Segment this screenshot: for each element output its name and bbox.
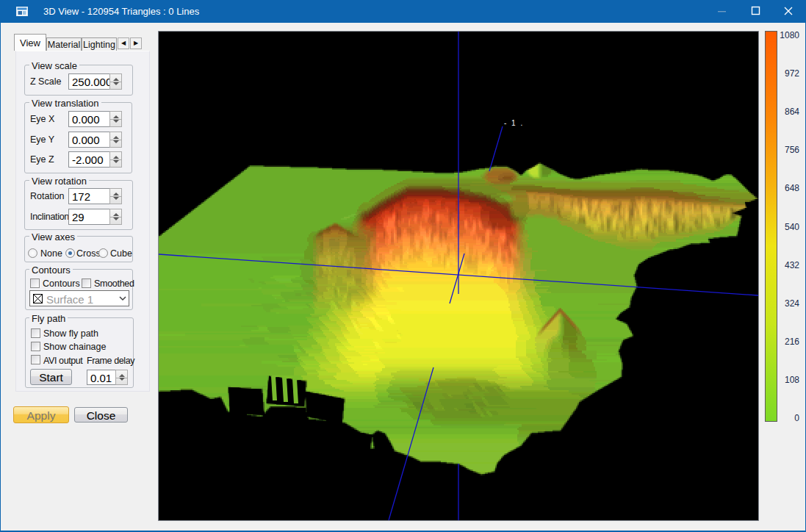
svg-text:- 1 .: - 1 .: [504, 119, 524, 127]
